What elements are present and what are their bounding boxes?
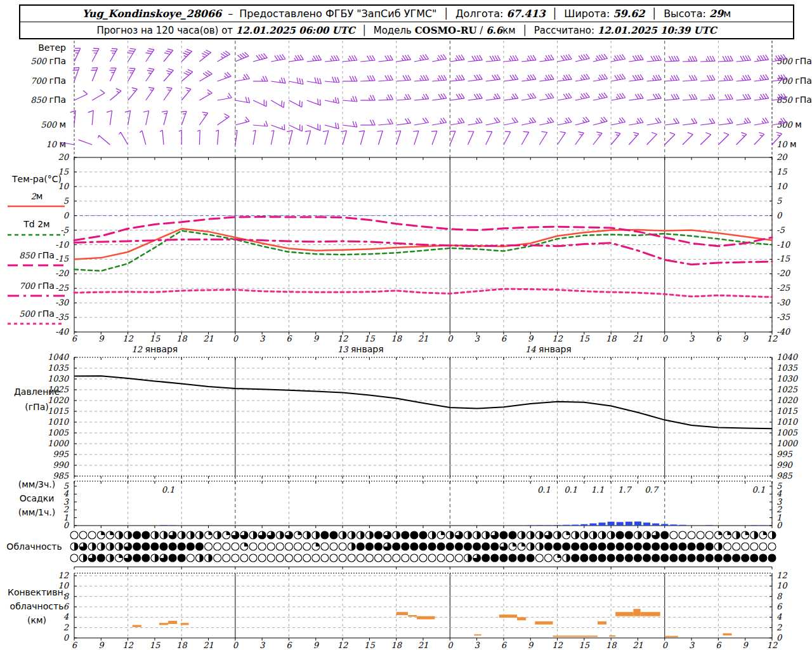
cloud-symbol-fill bbox=[745, 531, 749, 535]
cloud-symbol bbox=[705, 531, 713, 539]
precip-title-line: (мм/1ч.) bbox=[18, 507, 55, 517]
cloud-symbol bbox=[214, 543, 221, 550]
temp-ytick-left: -20 bbox=[55, 269, 70, 278]
x-tick-label-top: 12 bbox=[122, 334, 133, 343]
x-tick-label-top: 0 bbox=[662, 334, 669, 343]
wind-barb bbox=[521, 93, 536, 100]
cloud-symbol-fill bbox=[74, 543, 78, 550]
precip-ytick-right: 0 bbox=[776, 521, 783, 530]
wind-barb bbox=[396, 94, 411, 100]
wind-barb bbox=[325, 55, 339, 62]
precip-bar bbox=[652, 524, 659, 526]
wind-barb bbox=[450, 75, 464, 81]
precip-bar bbox=[643, 522, 650, 526]
wind-barb bbox=[468, 74, 483, 81]
cloud-symbol-fill bbox=[566, 531, 570, 535]
wind-barb bbox=[575, 132, 584, 145]
cloud-symbol bbox=[580, 554, 588, 562]
cloud-symbol bbox=[464, 543, 472, 550]
cloud-symbol-fill bbox=[199, 531, 203, 539]
cloud-symbol-fill bbox=[638, 531, 641, 539]
cloud-symbol bbox=[187, 543, 194, 550]
precip-3h-label: 0.1 bbox=[162, 485, 175, 494]
cloud-symbol bbox=[249, 554, 257, 562]
wind-barb bbox=[360, 120, 375, 125]
wind-barb bbox=[504, 93, 518, 100]
precip-bar bbox=[589, 524, 596, 526]
cloud-symbol bbox=[688, 531, 695, 539]
model-res: 6.6 bbox=[486, 25, 502, 36]
x-tick-label-top: 9 bbox=[743, 334, 749, 343]
cloud-symbol bbox=[697, 543, 704, 550]
wind-barb bbox=[486, 74, 501, 81]
lat-label: Широта: bbox=[564, 8, 610, 20]
x-tick-label-top: 3 bbox=[689, 334, 695, 343]
temp-ytick-left: 0 bbox=[63, 211, 70, 220]
cloud-symbol bbox=[357, 554, 364, 562]
x-tick-label-bottom: 0 bbox=[662, 640, 669, 650]
convective-ytick-left: 4 bbox=[63, 612, 69, 621]
wind-barb bbox=[378, 119, 393, 125]
x-tick-label-bottom: 21 bbox=[632, 640, 643, 650]
convective-segment bbox=[474, 634, 481, 635]
wind-barb bbox=[665, 118, 679, 125]
pressure-ytick-right: 1000 bbox=[776, 439, 799, 448]
wind-barb bbox=[218, 93, 232, 100]
wind-barb bbox=[119, 132, 128, 145]
wind-barb bbox=[754, 55, 769, 62]
wind-barb bbox=[360, 76, 375, 81]
wind-barb bbox=[378, 95, 393, 100]
cloud-symbol-fill bbox=[226, 531, 230, 535]
wind-barb bbox=[683, 94, 697, 100]
convective-segment bbox=[408, 615, 417, 616]
precip-bar bbox=[599, 522, 606, 526]
wind-barb bbox=[396, 75, 411, 81]
cloud-symbol bbox=[419, 543, 427, 550]
cloud-symbol bbox=[518, 554, 525, 562]
cloud-symbol bbox=[321, 554, 329, 562]
wind-barb bbox=[235, 52, 249, 62]
wind-barb bbox=[199, 90, 212, 100]
x-tick-label-bottom: 12 bbox=[552, 640, 563, 650]
wind-barb bbox=[611, 74, 625, 81]
convective-segment bbox=[641, 612, 660, 616]
cloud-symbol-fill bbox=[128, 531, 132, 539]
cloud-symbol-fill bbox=[521, 543, 525, 547]
cloud-symbol bbox=[321, 543, 329, 550]
wind-barb bbox=[289, 100, 302, 107]
pressure-ytick-left: 1010 bbox=[48, 417, 70, 427]
wind-barb bbox=[271, 77, 285, 83]
temp-series-3 bbox=[74, 239, 772, 264]
wind-barb bbox=[629, 55, 643, 62]
wind-barb bbox=[253, 53, 267, 62]
wind-barb bbox=[414, 55, 429, 62]
cloud-symbol bbox=[733, 543, 740, 550]
wind-level-label-right: 700 гПа bbox=[776, 76, 812, 86]
wind-barb bbox=[539, 74, 554, 81]
x-tick-label-top: 0 bbox=[447, 334, 454, 343]
pressure-ytick-right: 995 bbox=[776, 449, 793, 459]
cloud-symbol bbox=[133, 554, 141, 562]
wind-barb bbox=[199, 112, 207, 125]
cloud-symbol bbox=[97, 554, 105, 562]
x-tick-label-bottom: 18 bbox=[176, 640, 188, 650]
cloud-symbol bbox=[697, 531, 704, 539]
cloud-symbol-fill bbox=[530, 531, 534, 539]
wind-barb bbox=[128, 48, 136, 62]
wind-barb bbox=[218, 72, 232, 81]
forecast-label: Прогноз на 120 часа(ов) от bbox=[96, 25, 233, 36]
cloud-symbol bbox=[742, 543, 749, 550]
precip-bar bbox=[580, 524, 587, 526]
x-tick-label-top: 15 bbox=[150, 334, 160, 343]
cloud-symbol bbox=[285, 543, 292, 550]
wind-barb bbox=[164, 49, 173, 62]
x-tick-label-bottom: 15 bbox=[150, 640, 160, 650]
wind-barb bbox=[110, 48, 117, 62]
cloud-symbol bbox=[705, 554, 713, 562]
cloud-symbol-fill bbox=[477, 531, 481, 539]
temp-ytick-right: 5 bbox=[776, 196, 782, 206]
wind-barb bbox=[414, 75, 429, 81]
cloud-symbol bbox=[509, 554, 516, 562]
wind-barb bbox=[700, 118, 715, 125]
precip-bar bbox=[617, 522, 624, 526]
